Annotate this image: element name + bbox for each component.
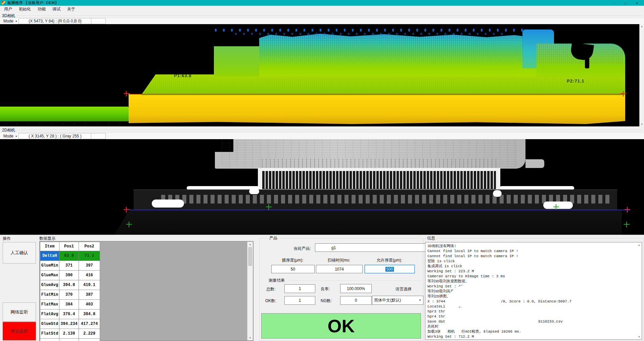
cell-GlueMin-pos1[interactable]: 371 bbox=[59, 261, 79, 271]
redaction-blob bbox=[450, 283, 503, 309]
table-header-row: ItemPos1Pos2 bbox=[40, 242, 100, 251]
redaction-blob bbox=[448, 318, 538, 323]
scroll-down-icon[interactable]: ▼ bbox=[640, 123, 644, 125]
cell-GlueMin-pos2[interactable]: 397 bbox=[79, 261, 100, 271]
cell-DeltaH-item[interactable]: DeltaH bbox=[40, 251, 59, 261]
scroll-up-icon[interactable]: ▲ bbox=[638, 244, 640, 246]
cell-X-item[interactable]: X bbox=[40, 339, 59, 341]
cell-GlueMax-pos2[interactable]: 416 bbox=[79, 271, 100, 280]
cell-FlatMin-item[interactable]: FlatMin bbox=[40, 290, 59, 300]
cell-GlueStd-pos1[interactable]: 394.234 bbox=[59, 319, 79, 329]
crosshair-marker-right bbox=[620, 91, 626, 97]
manual-confirm-button[interactable]: 人工确认 bbox=[3, 242, 36, 264]
glue-blob bbox=[249, 189, 259, 194]
green-corner-marker bbox=[126, 222, 132, 227]
cell-FlatStd-pos1[interactable]: 2.139 bbox=[59, 329, 79, 339]
yield-field[interactable]: 100.000% bbox=[340, 284, 372, 293]
current-product-field[interactable]: g1 bbox=[315, 243, 438, 252]
data-grid-scrollbar[interactable]: ▲ ▼ bbox=[247, 242, 253, 340]
table-row-FlatMin[interactable]: FlatMin370387 bbox=[40, 290, 100, 300]
cell-FlatAvg-item[interactable]: FlatAvg bbox=[40, 309, 59, 319]
menu-item-1[interactable]: 初始化 bbox=[15, 6, 34, 13]
stop-listen-button[interactable]: 停止监听 bbox=[3, 322, 36, 340]
green-tick-marker bbox=[266, 204, 272, 210]
cell-GlueStd-item[interactable]: GlueStd bbox=[40, 319, 59, 329]
scrollbar-thumb[interactable] bbox=[248, 247, 252, 266]
cell-GlueMin-item[interactable]: GlueMin bbox=[40, 261, 59, 271]
crosshair-marker-right bbox=[625, 207, 630, 213]
menu-item-4[interactable]: 关于 bbox=[64, 6, 79, 13]
camera2d-image[interactable] bbox=[0, 139, 644, 235]
log-line-13: hpr3 thr bbox=[427, 309, 571, 314]
cell-FlatAvg-pos2[interactable]: 394.8 bbox=[79, 309, 100, 319]
scroll-up-icon[interactable]: ▲ bbox=[247, 243, 253, 245]
table-header-item[interactable]: Item bbox=[40, 242, 59, 251]
cell-FlatMax-item[interactable]: FlatMax bbox=[40, 300, 59, 309]
log-line-4: 集成调试 is click bbox=[427, 264, 571, 269]
cell-FlatMin-pos2[interactable]: 387 bbox=[79, 290, 100, 300]
film-thickness-field[interactable]: 50 bbox=[271, 265, 315, 273]
cell-FlatMax-pos2[interactable]: 403 bbox=[79, 300, 100, 309]
info-log-box[interactable]: 3D相机没有网络!Cannot find local IP to match c… bbox=[425, 242, 642, 340]
scroll-up-icon[interactable]: ▲ bbox=[640, 25, 644, 27]
cell-DeltaH-pos2[interactable]: 71.1 bbox=[79, 251, 100, 261]
crosshair-marker-left bbox=[124, 207, 129, 213]
scroll-down-icon[interactable]: ▼ bbox=[638, 336, 640, 338]
table-row-GlueMin[interactable]: GlueMin371397 bbox=[40, 261, 100, 271]
pcb-tab bbox=[525, 159, 544, 168]
cell-FlatStd-pos2[interactable]: 2.229 bbox=[79, 329, 100, 339]
cell-DeltaH-pos1[interactable]: 63.8 bbox=[59, 251, 79, 261]
log-line-8: Working Set : 421.0 M bbox=[427, 284, 571, 289]
language-dropdown-value: 简体中文(默认) bbox=[374, 297, 401, 303]
cell-FlatStd-item[interactable]: FlatStd bbox=[40, 329, 59, 339]
cell-GlueAvg-item[interactable]: GlueAvg bbox=[40, 280, 59, 290]
table-row-FlatAvg[interactable]: FlatAvg376.4394.8 bbox=[40, 309, 100, 319]
allowed-thickness-field[interactable]: 500 bbox=[365, 265, 415, 273]
cell-X-pos2[interactable]: 7966.7 bbox=[79, 339, 100, 341]
current-product-label: 当前产品: bbox=[290, 246, 314, 251]
language-dropdown[interactable]: 简体中文(默认) ▼ bbox=[372, 296, 423, 305]
table-row-FlatMax[interactable]: FlatMax384403 bbox=[40, 300, 100, 309]
network-listen-button[interactable]: 网络监听 bbox=[3, 302, 36, 322]
cell-X-pos1[interactable]: 2583.5 bbox=[59, 339, 79, 341]
table-row-DeltaH[interactable]: DeltaH63.871.1 bbox=[40, 251, 100, 261]
blue-speckle-row bbox=[215, 29, 524, 32]
camera3d-toolbar-cell-empty bbox=[91, 18, 106, 24]
table-row-GlueMax[interactable]: GlueMax390416 bbox=[40, 271, 100, 280]
table-row-GlueAvg[interactable]: GlueAvg394.8419.1 bbox=[40, 280, 100, 290]
menu-item-3[interactable]: 调试 bbox=[49, 6, 64, 13]
table-header-pos2[interactable]: Pos2 bbox=[79, 242, 100, 251]
table-row-FlatStd[interactable]: FlatStd2.1392.229 bbox=[40, 329, 100, 339]
cell-GlueAvg-pos2[interactable]: 419.1 bbox=[79, 280, 100, 290]
ok-count-field[interactable]: 1 bbox=[284, 296, 315, 305]
close-button[interactable]: × bbox=[631, 0, 643, 6]
scan-time-field[interactable]: 1074 bbox=[316, 265, 363, 273]
cell-GlueStd-pos2[interactable]: 417.274 bbox=[79, 319, 100, 329]
title-bar[interactable]: 检测程序 【当前用户: OEM】 – □ × bbox=[0, 0, 644, 6]
table-header-pos1[interactable]: Pos1 bbox=[59, 242, 79, 251]
log-line-6: CameraV array to HImage time : 3 ms bbox=[427, 274, 571, 279]
total-count-field[interactable]: 1 bbox=[284, 284, 315, 293]
menu-item-2[interactable]: 功能 bbox=[34, 6, 49, 13]
cell-GlueMax-pos1[interactable]: 390 bbox=[59, 271, 79, 280]
heightmap-slot bbox=[585, 57, 589, 68]
log-line-7: 等到3D取到灰度图数据。 bbox=[427, 279, 571, 284]
table-row-GlueStd[interactable]: GlueStd394.234417.274 bbox=[40, 319, 100, 329]
cell-FlatAvg-pos1[interactable]: 376.4 bbox=[59, 309, 79, 319]
lower-body bbox=[114, 210, 622, 235]
minimize-button[interactable]: – bbox=[608, 0, 620, 6]
cell-FlatMin-pos1[interactable]: 370 bbox=[59, 290, 79, 300]
ng-count-field[interactable]: 0 bbox=[340, 296, 372, 305]
cell-GlueAvg-pos1[interactable]: 394.8 bbox=[59, 280, 79, 290]
menu-bar: 用户初始化功能调试关于 bbox=[0, 6, 644, 12]
camera3d-image[interactable]: P1:63.8 P2:71.1 ▲ ▼ bbox=[0, 24, 644, 126]
camera2d-mode-dropdown[interactable]: Mode ▼ bbox=[2, 133, 19, 139]
camera3d-scrollbar[interactable]: ▲ ▼ bbox=[639, 24, 644, 126]
menu-item-0[interactable]: 用户 bbox=[1, 6, 15, 13]
camera3d-mode-dropdown[interactable]: Mode ▼ bbox=[2, 18, 19, 24]
table-row-X[interactable]: X2583.57966.7 bbox=[40, 339, 100, 341]
cell-FlatMax-pos1[interactable]: 384 bbox=[59, 300, 79, 309]
cell-GlueMax-item[interactable]: GlueMax bbox=[40, 271, 59, 280]
restore-button[interactable]: □ bbox=[620, 0, 631, 6]
scroll-down-icon[interactable]: ▼ bbox=[247, 337, 253, 339]
